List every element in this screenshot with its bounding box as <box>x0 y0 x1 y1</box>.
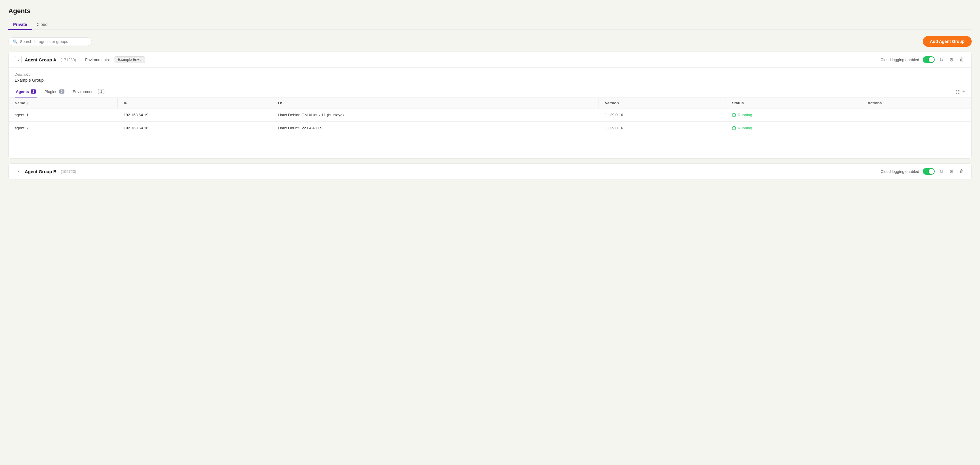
env-badge-a[interactable]: Example Env... <box>115 56 145 63</box>
col-os-header[interactable]: OS <box>272 98 598 108</box>
group-header-right-a: Cloud logging enabled ↻ ⚙ 🗑 <box>881 56 966 63</box>
group-name-a: Agent Group A <box>25 57 56 62</box>
group-header-right-b: Cloud logging enabled ↻ ⚙ 🗑 <box>881 168 966 175</box>
agent2-ip: 192.168.64.16 <box>118 122 272 135</box>
inner-tab-environments-label-a: Environments <box>73 89 96 94</box>
table-view-icon-a[interactable]: ☷ <box>956 89 960 95</box>
environments-label-a: Environments: <box>85 57 110 62</box>
group-description-a: Description Example Group <box>9 68 971 86</box>
cloud-logging-label-b: Cloud logging enabled <box>881 169 919 174</box>
inner-tabs-right-a: ☷ + <box>956 89 966 95</box>
status-running-icon-2 <box>732 126 736 130</box>
search-input[interactable] <box>20 39 88 44</box>
inner-tabs-left-a: Agents 2 Plugins 0 Environments 1 <box>14 86 111 97</box>
environments-count-badge-a: 1 <box>98 89 104 94</box>
agents-table-a: Name ↑ IP OS Version Status Actions agen… <box>9 98 971 135</box>
refresh-icon-b[interactable]: ↻ <box>938 168 945 175</box>
col-version-header[interactable]: Version <box>599 98 726 108</box>
page-title: Agents <box>8 7 972 15</box>
plugins-count-badge-a: 0 <box>59 89 64 94</box>
inner-tab-environments-a[interactable]: Environments 1 <box>72 86 106 97</box>
agent1-status: Running <box>726 108 862 122</box>
group-card-b: › Agent Group B (192720) Cloud logging e… <box>8 163 972 179</box>
group-id-a: (171230) <box>60 57 76 62</box>
refresh-icon-a[interactable]: ↻ <box>938 56 945 63</box>
group-header-left-b: › Agent Group B (192720) <box>14 168 881 175</box>
agent2-version: 11.29.0.16 <box>599 122 726 135</box>
description-label-a: Description <box>14 73 966 76</box>
status-running-icon-1 <box>732 113 736 117</box>
agent2-os: Linux Ubuntu 22.04.4 LTS <box>272 122 598 135</box>
group-id-b: (192720) <box>61 169 76 174</box>
col-actions-header: Actions <box>862 98 971 108</box>
settings-icon-a[interactable]: ⚙ <box>948 56 955 63</box>
table-row: agent_2 192.168.64.16 Linux Ubuntu 22.04… <box>9 122 971 135</box>
main-tabs: Private Cloud <box>8 20 972 30</box>
cloud-logging-toggle-a[interactable] <box>923 56 935 63</box>
agent1-actions <box>862 108 971 122</box>
agent2-actions <box>862 122 971 135</box>
agent2-status: Running <box>726 122 862 135</box>
description-value-a: Example Group <box>14 78 966 83</box>
group-card-a: ⌄ Agent Group A (171230) Environments: E… <box>8 52 972 159</box>
group-header-a: ⌄ Agent Group A (171230) Environments: E… <box>9 52 971 68</box>
cloud-logging-label-a: Cloud logging enabled <box>881 57 919 62</box>
agent2-name: agent_2 <box>9 122 118 135</box>
delete-icon-b[interactable]: 🗑 <box>958 168 966 175</box>
search-wrapper: 🔍 <box>8 37 92 46</box>
group-header-b: › Agent Group B (192720) Cloud logging e… <box>9 163 971 179</box>
cloud-logging-toggle-b[interactable] <box>923 168 935 175</box>
inner-tabs-a: Agents 2 Plugins 0 Environments 1 ☷ + <box>9 86 971 98</box>
group-name-b: Agent Group B <box>25 169 57 174</box>
empty-area-a <box>9 135 971 158</box>
tab-private[interactable]: Private <box>8 20 32 30</box>
agent1-version: 11.29.0.16 <box>599 108 726 122</box>
add-agent-group-button[interactable]: Add Agent Group <box>923 36 972 47</box>
col-ip-header[interactable]: IP <box>118 98 272 108</box>
inner-tab-agents-a[interactable]: Agents 2 <box>14 86 37 97</box>
agent1-ip: 192.168.64.19 <box>118 108 272 122</box>
agents-count-badge-a: 2 <box>31 89 36 94</box>
settings-icon-b[interactable]: ⚙ <box>948 168 955 175</box>
tab-cloud[interactable]: Cloud <box>32 20 52 30</box>
expand-button-b[interactable]: › <box>14 168 22 175</box>
add-agent-icon-a[interactable]: + <box>962 89 966 95</box>
inner-tab-plugins-a[interactable]: Plugins 0 <box>43 86 65 97</box>
group-header-left-a: ⌄ Agent Group A (171230) Environments: E… <box>14 56 881 63</box>
inner-tab-plugins-label-a: Plugins <box>45 89 57 94</box>
delete-icon-a[interactable]: 🗑 <box>958 56 966 63</box>
inner-tab-agents-label-a: Agents <box>16 89 29 94</box>
table-row: agent_1 192.168.64.19 Linux Debian GNU/L… <box>9 108 971 122</box>
collapse-button-a[interactable]: ⌄ <box>14 56 22 63</box>
toolbar: 🔍 Add Agent Group <box>8 36 972 47</box>
col-name-header[interactable]: Name ↑ <box>9 98 118 108</box>
agent1-name: agent_1 <box>9 108 118 122</box>
sort-name-icon: ↑ <box>27 102 29 105</box>
col-status-header[interactable]: Status <box>726 98 862 108</box>
agent1-os: Linux Debian GNU/Linux 11 (bullseye) <box>272 108 598 122</box>
search-icon: 🔍 <box>13 39 18 44</box>
